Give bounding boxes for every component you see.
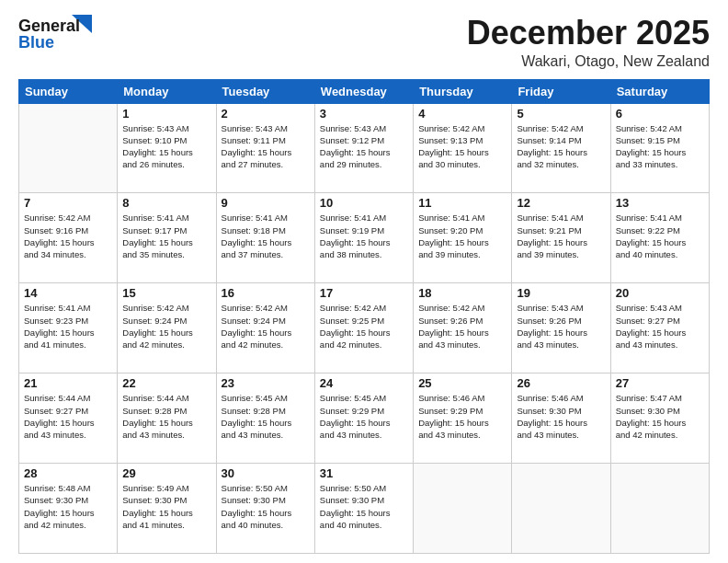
day-number: 30: [222, 466, 310, 480]
day-number: 31: [320, 466, 408, 480]
day-number: 3: [320, 107, 408, 121]
calendar-cell: 10Sunrise: 5:41 AM Sunset: 9:19 PM Dayli…: [314, 193, 413, 283]
calendar-cell: 28Sunrise: 5:48 AM Sunset: 9:30 PM Dayli…: [19, 464, 118, 554]
calendar-cell: 21Sunrise: 5:44 AM Sunset: 9:27 PM Dayli…: [19, 373, 118, 464]
svg-text:General: General: [18, 17, 80, 35]
day-number: 20: [616, 286, 704, 300]
day-number: 25: [418, 376, 506, 390]
calendar-cell: 18Sunrise: 5:42 AM Sunset: 9:26 PM Dayli…: [414, 283, 512, 373]
calendar-cell: 12Sunrise: 5:41 AM Sunset: 9:21 PM Dayli…: [512, 193, 610, 283]
day-number: 13: [616, 196, 704, 210]
calendar-cell: 23Sunrise: 5:45 AM Sunset: 9:28 PM Dayli…: [216, 373, 314, 464]
day-info: Sunrise: 5:50 AM Sunset: 9:30 PM Dayligh…: [222, 482, 310, 531]
header: GeneralBlue December 2025 Wakari, Otago,…: [18, 15, 710, 70]
day-number: 9: [222, 196, 310, 210]
day-info: Sunrise: 5:42 AM Sunset: 9:13 PM Dayligh…: [418, 122, 506, 171]
calendar-cell: 7Sunrise: 5:42 AM Sunset: 9:16 PM Daylig…: [19, 193, 118, 283]
day-number: 29: [122, 466, 210, 480]
day-info: Sunrise: 5:42 AM Sunset: 9:15 PM Dayligh…: [616, 122, 704, 171]
day-info: Sunrise: 5:41 AM Sunset: 9:20 PM Dayligh…: [418, 212, 506, 260]
day-info: Sunrise: 5:41 AM Sunset: 9:17 PM Dayligh…: [122, 212, 210, 260]
logo-area: GeneralBlue: [18, 15, 92, 55]
day-info: Sunrise: 5:41 AM Sunset: 9:21 PM Dayligh…: [517, 212, 605, 260]
calendar-cell: 17Sunrise: 5:42 AM Sunset: 9:25 PM Dayli…: [314, 283, 413, 373]
calendar-cell: 24Sunrise: 5:45 AM Sunset: 9:29 PM Dayli…: [314, 373, 413, 464]
day-number: 23: [222, 376, 310, 390]
day-number: 27: [616, 376, 704, 390]
day-info: Sunrise: 5:42 AM Sunset: 9:24 PM Dayligh…: [222, 302, 310, 350]
day-info: Sunrise: 5:50 AM Sunset: 9:30 PM Dayligh…: [320, 482, 408, 531]
day-info: Sunrise: 5:46 AM Sunset: 9:29 PM Dayligh…: [418, 392, 506, 441]
calendar-week-4: 21Sunrise: 5:44 AM Sunset: 9:27 PM Dayli…: [19, 373, 710, 464]
day-info: Sunrise: 5:43 AM Sunset: 9:26 PM Dayligh…: [517, 302, 605, 350]
calendar-header-thursday: Thursday: [414, 79, 512, 103]
calendar-header-wednesday: Wednesday: [314, 79, 413, 103]
day-number: 19: [517, 286, 605, 300]
day-info: Sunrise: 5:47 AM Sunset: 9:30 PM Dayligh…: [616, 392, 704, 441]
location: Wakari, Otago, New Zealand: [467, 53, 710, 70]
calendar-cell: 15Sunrise: 5:42 AM Sunset: 9:24 PM Dayli…: [118, 283, 216, 373]
calendar-cell: 9Sunrise: 5:41 AM Sunset: 9:18 PM Daylig…: [216, 193, 314, 283]
calendar-week-2: 7Sunrise: 5:42 AM Sunset: 9:16 PM Daylig…: [19, 193, 710, 283]
day-number: 11: [418, 196, 506, 210]
calendar-cell: 13Sunrise: 5:41 AM Sunset: 9:22 PM Dayli…: [610, 193, 709, 283]
day-info: Sunrise: 5:41 AM Sunset: 9:18 PM Dayligh…: [222, 212, 310, 260]
day-number: 14: [24, 286, 112, 300]
day-info: Sunrise: 5:45 AM Sunset: 9:29 PM Dayligh…: [320, 392, 408, 441]
day-info: Sunrise: 5:44 AM Sunset: 9:28 PM Dayligh…: [122, 392, 210, 441]
logo-icon: GeneralBlue: [18, 15, 92, 55]
calendar-cell: [414, 464, 512, 554]
calendar-week-3: 14Sunrise: 5:41 AM Sunset: 9:23 PM Dayli…: [19, 283, 710, 373]
day-number: 12: [517, 196, 605, 210]
day-info: Sunrise: 5:42 AM Sunset: 9:16 PM Dayligh…: [24, 212, 112, 260]
calendar-cell: 22Sunrise: 5:44 AM Sunset: 9:28 PM Dayli…: [118, 373, 216, 464]
calendar-cell: 30Sunrise: 5:50 AM Sunset: 9:30 PM Dayli…: [216, 464, 314, 554]
day-info: Sunrise: 5:41 AM Sunset: 9:22 PM Dayligh…: [616, 212, 704, 260]
day-number: 10: [320, 196, 408, 210]
day-number: 5: [517, 107, 605, 121]
calendar-cell: 1Sunrise: 5:43 AM Sunset: 9:10 PM Daylig…: [118, 103, 216, 193]
day-info: Sunrise: 5:43 AM Sunset: 9:27 PM Dayligh…: [616, 302, 704, 350]
day-number: 28: [24, 466, 112, 480]
calendar-cell: 31Sunrise: 5:50 AM Sunset: 9:30 PM Dayli…: [314, 464, 413, 554]
day-info: Sunrise: 5:41 AM Sunset: 9:19 PM Dayligh…: [320, 212, 408, 260]
calendar-header-monday: Monday: [118, 79, 216, 103]
calendar-cell: 8Sunrise: 5:41 AM Sunset: 9:17 PM Daylig…: [118, 193, 216, 283]
calendar-cell: 6Sunrise: 5:42 AM Sunset: 9:15 PM Daylig…: [610, 103, 709, 193]
day-info: Sunrise: 5:42 AM Sunset: 9:24 PM Dayligh…: [122, 302, 210, 350]
calendar-cell: 14Sunrise: 5:41 AM Sunset: 9:23 PM Dayli…: [19, 283, 118, 373]
calendar-header-friday: Friday: [512, 79, 610, 103]
calendar-table: SundayMondayTuesdayWednesdayThursdayFrid…: [18, 79, 710, 554]
calendar-cell: 5Sunrise: 5:42 AM Sunset: 9:14 PM Daylig…: [512, 103, 610, 193]
calendar-cell: 11Sunrise: 5:41 AM Sunset: 9:20 PM Dayli…: [414, 193, 512, 283]
calendar-cell: [610, 464, 709, 554]
calendar-week-1: 1Sunrise: 5:43 AM Sunset: 9:10 PM Daylig…: [19, 103, 710, 193]
calendar-cell: 16Sunrise: 5:42 AM Sunset: 9:24 PM Dayli…: [216, 283, 314, 373]
day-info: Sunrise: 5:43 AM Sunset: 9:11 PM Dayligh…: [222, 122, 310, 171]
title-area: December 2025 Wakari, Otago, New Zealand: [467, 15, 710, 70]
day-number: 18: [418, 286, 506, 300]
page: GeneralBlue December 2025 Wakari, Otago,…: [0, 0, 728, 563]
calendar-header-row: SundayMondayTuesdayWednesdayThursdayFrid…: [19, 79, 710, 103]
day-number: 26: [517, 376, 605, 390]
day-info: Sunrise: 5:49 AM Sunset: 9:30 PM Dayligh…: [122, 482, 210, 531]
calendar-cell: 27Sunrise: 5:47 AM Sunset: 9:30 PM Dayli…: [610, 373, 709, 464]
calendar-header-tuesday: Tuesday: [216, 79, 314, 103]
day-info: Sunrise: 5:45 AM Sunset: 9:28 PM Dayligh…: [222, 392, 310, 441]
month-title: December 2025: [467, 15, 710, 52]
day-number: 24: [320, 376, 408, 390]
calendar-cell: [19, 103, 118, 193]
day-number: 6: [616, 107, 704, 121]
calendar-cell: 2Sunrise: 5:43 AM Sunset: 9:11 PM Daylig…: [216, 103, 314, 193]
calendar-header-saturday: Saturday: [610, 79, 709, 103]
day-info: Sunrise: 5:42 AM Sunset: 9:26 PM Dayligh…: [418, 302, 506, 350]
day-number: 2: [222, 107, 310, 121]
day-info: Sunrise: 5:44 AM Sunset: 9:27 PM Dayligh…: [24, 392, 112, 441]
calendar-header-sunday: Sunday: [19, 79, 118, 103]
day-number: 1: [122, 107, 210, 121]
day-info: Sunrise: 5:48 AM Sunset: 9:30 PM Dayligh…: [24, 482, 112, 531]
day-info: Sunrise: 5:42 AM Sunset: 9:25 PM Dayligh…: [320, 302, 408, 350]
calendar-week-5: 28Sunrise: 5:48 AM Sunset: 9:30 PM Dayli…: [19, 464, 710, 554]
calendar-cell: 19Sunrise: 5:43 AM Sunset: 9:26 PM Dayli…: [512, 283, 610, 373]
day-info: Sunrise: 5:46 AM Sunset: 9:30 PM Dayligh…: [517, 392, 605, 441]
